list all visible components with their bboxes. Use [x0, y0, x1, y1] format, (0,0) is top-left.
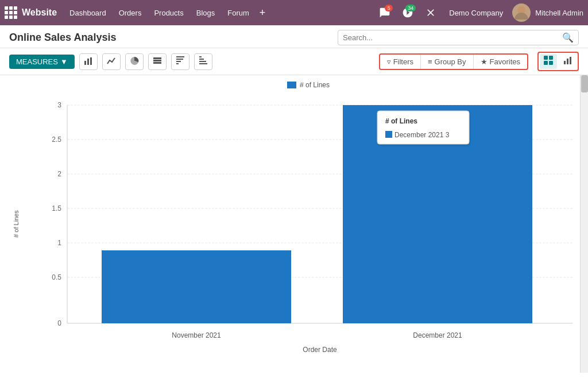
- svg-rect-19: [564, 61, 566, 64]
- svg-rect-13: [199, 61, 206, 62]
- svg-rect-11: [199, 56, 202, 57]
- nav-add-button[interactable]: +: [256, 7, 269, 19]
- graph-view-button[interactable]: [559, 54, 577, 69]
- top-navigation: Website Dashboard Orders Products Blogs …: [0, 0, 588, 25]
- legend-label: # of Lines: [300, 81, 330, 89]
- favorites-button[interactable]: ★ Favorites: [474, 55, 527, 69]
- svg-text:Order Date: Order Date: [303, 346, 337, 354]
- bar-chart-button[interactable]: [79, 53, 98, 70]
- close-button[interactable]: [421, 3, 440, 22]
- filters-button[interactable]: ▿ Filters: [380, 55, 421, 69]
- svg-rect-8: [176, 61, 181, 62]
- y-axis-label: # of Lines: [13, 210, 20, 238]
- bar-november[interactable]: [102, 250, 291, 323]
- favorites-label: Favorites: [490, 57, 520, 66]
- svg-rect-4: [153, 62, 161, 64]
- chart-legend: # of Lines: [29, 81, 588, 89]
- measures-button[interactable]: MEASURES ▼: [9, 55, 75, 69]
- svg-rect-5: [153, 60, 161, 61]
- nav-links: Dashboard Orders Products Blogs Forum +: [64, 6, 373, 20]
- bar-chart-svg: 3 2.5 2 1.5 1 0.5 0 November 2021 Decemb…: [33, 94, 584, 358]
- measures-dropdown-icon: ▼: [60, 57, 68, 66]
- svg-text:2.5: 2.5: [52, 136, 61, 144]
- sort-asc-button[interactable]: [171, 53, 189, 70]
- svg-rect-20: [567, 59, 568, 64]
- svg-rect-15: [544, 56, 548, 60]
- svg-rect-6: [153, 57, 161, 59]
- svg-rect-12: [199, 59, 204, 60]
- filters-label: Filters: [393, 57, 413, 66]
- svg-text:November 2021: November 2021: [172, 331, 221, 339]
- svg-rect-7: [176, 63, 179, 64]
- svg-text:December 2021  3: December 2021 3: [394, 131, 450, 139]
- toolbar: MEASURES ▼ ▿ Filters ≡ Group By ★ Favori…: [0, 48, 588, 75]
- activity-button[interactable]: 34: [399, 3, 417, 22]
- legend-color-swatch: [287, 82, 296, 88]
- search-bar[interactable]: 🔍: [338, 30, 579, 45]
- svg-rect-14: [199, 63, 207, 64]
- svg-rect-18: [549, 61, 553, 65]
- svg-rect-3: [90, 57, 92, 65]
- groupby-label: Group By: [435, 57, 466, 66]
- svg-rect-9: [176, 59, 183, 60]
- vertical-scrollbar[interactable]: [580, 75, 588, 373]
- company-name[interactable]: Demo Company: [444, 6, 508, 20]
- svg-rect-42: [385, 131, 392, 138]
- svg-text:December 2021: December 2021: [413, 331, 462, 339]
- svg-rect-17: [544, 61, 548, 65]
- svg-text:2: 2: [57, 170, 61, 178]
- svg-rect-16: [549, 56, 553, 60]
- search-input[interactable]: [343, 33, 562, 42]
- chart-container: # of Lines # of Lines 3 2.5 2 1.5 1 0.5 …: [0, 75, 588, 373]
- sort-desc-button[interactable]: [194, 53, 212, 70]
- username[interactable]: Mitchell Admin: [535, 9, 583, 17]
- svg-text:# of Lines: # of Lines: [385, 117, 417, 125]
- measures-label: MEASURES: [16, 57, 58, 66]
- nav-forum[interactable]: Forum: [222, 6, 255, 20]
- page-title: Online Sales Analysis: [9, 32, 116, 44]
- svg-text:0.5: 0.5: [52, 273, 61, 281]
- nav-actions: 5 34 Demo Company Mitchell Admin: [376, 3, 583, 22]
- star-icon: ★: [481, 57, 488, 66]
- svg-text:1: 1: [57, 239, 61, 247]
- chat-button[interactable]: 5: [376, 3, 394, 22]
- svg-text:0: 0: [57, 319, 61, 327]
- filter-group: ▿ Filters ≡ Group By ★ Favorites: [379, 53, 528, 70]
- page-header: Online Sales Analysis 🔍: [0, 25, 588, 48]
- stacked-chart-button[interactable]: [148, 53, 167, 70]
- view-type-buttons: [537, 52, 579, 71]
- pivot-view-button[interactable]: [540, 54, 557, 69]
- search-icon[interactable]: 🔍: [562, 32, 574, 43]
- nav-blogs[interactable]: Blogs: [191, 6, 221, 20]
- filter-icon: ▿: [387, 57, 391, 66]
- nav-orders[interactable]: Orders: [113, 6, 148, 20]
- user-avatar[interactable]: [512, 3, 531, 22]
- pie-chart-button[interactable]: [125, 53, 144, 70]
- svg-rect-1: [84, 61, 86, 65]
- nav-products[interactable]: Products: [148, 6, 189, 20]
- activity-badge: 34: [405, 5, 416, 11]
- groupby-button[interactable]: ≡ Group By: [421, 55, 474, 69]
- scroll-thumb[interactable]: [581, 75, 588, 92]
- svg-text:1.5: 1.5: [52, 204, 61, 212]
- app-brand[interactable]: Website: [5, 6, 57, 19]
- svg-rect-10: [176, 56, 184, 57]
- svg-rect-40: [377, 111, 469, 144]
- chat-badge: 5: [385, 5, 393, 11]
- svg-text:3: 3: [57, 101, 61, 109]
- grid-icon: [5, 6, 17, 19]
- brand-name: Website: [22, 7, 57, 18]
- line-chart-button[interactable]: [102, 53, 121, 70]
- svg-rect-21: [570, 57, 571, 64]
- svg-rect-2: [87, 59, 89, 65]
- nav-dashboard[interactable]: Dashboard: [64, 6, 112, 20]
- groupby-icon: ≡: [428, 57, 432, 66]
